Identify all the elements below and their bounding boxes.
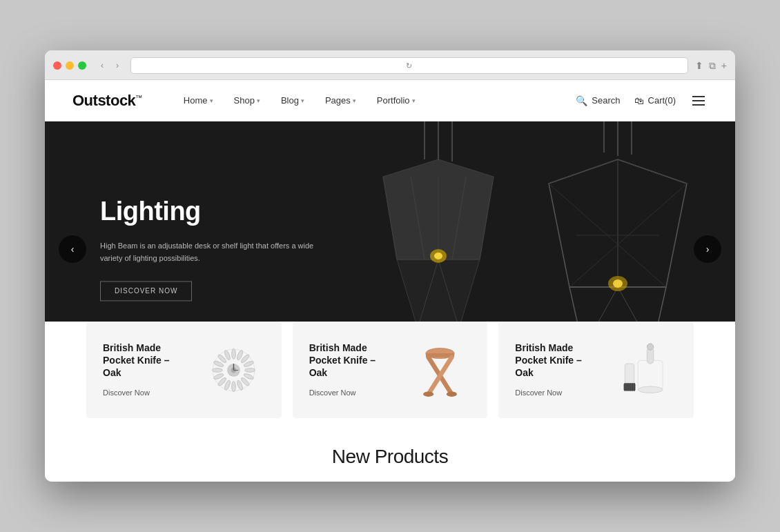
navbar: Outstock™ Home ▾ Shop ▾ Blog ▾ Pages ▾ bbox=[45, 80, 735, 121]
chevron-down-icon: ▾ bbox=[210, 97, 213, 104]
svg-point-37 bbox=[232, 381, 236, 391]
svg-point-58 bbox=[647, 343, 653, 349]
browser-chrome: ‹ › ↻ ⬆ ⧉ + bbox=[45, 50, 735, 80]
svg-point-54 bbox=[447, 391, 457, 397]
slider-prev-button[interactable]: ‹ bbox=[59, 235, 86, 263]
svg-point-27 bbox=[613, 279, 623, 288]
browser-window: ‹ › ↻ ⬆ ⧉ + Outstock™ Home ▾ Shop bbox=[45, 50, 735, 482]
svg-point-53 bbox=[423, 391, 433, 397]
nav-link-blog[interactable]: Blog ▾ bbox=[281, 95, 304, 106]
add-tab-icon[interactable]: + bbox=[721, 60, 727, 71]
product-card-image bbox=[409, 339, 471, 401]
product-card: British Made Pocket Knife – Oak Discover… bbox=[293, 322, 488, 418]
svg-point-29 bbox=[232, 348, 236, 359]
nav-arrows: ‹ › bbox=[96, 59, 124, 72]
hero-title: Lighting bbox=[100, 197, 321, 226]
browser-actions: ⬆ ⧉ + bbox=[695, 60, 727, 72]
product-card: British Made Pocket Knife – Oak Discover… bbox=[86, 322, 282, 418]
hero-content: Lighting High Beam is an adjustable desk… bbox=[100, 197, 321, 301]
svg-point-41 bbox=[212, 368, 222, 372]
product-card-info: British Made Pocket Knife – Oak Discover… bbox=[103, 342, 189, 399]
nav-link-portfolio[interactable]: Portfolio ▾ bbox=[377, 95, 416, 106]
product-cards-grid: British Made Pocket Knife – Oak Discover… bbox=[86, 322, 694, 418]
close-button[interactable] bbox=[53, 61, 61, 70]
logo[interactable]: Outstock™ bbox=[72, 92, 142, 110]
product-card-title: British Made Pocket Knife – Oak bbox=[515, 342, 601, 380]
traffic-lights bbox=[53, 61, 86, 70]
svg-marker-4 bbox=[397, 259, 480, 328]
product-card-info: British Made Pocket Knife – Oak Discover… bbox=[309, 342, 396, 399]
cart-button[interactable]: 🛍 Cart(0) bbox=[634, 95, 676, 106]
nav-link-pages[interactable]: Pages ▾ bbox=[325, 95, 356, 106]
svg-point-56 bbox=[638, 386, 663, 393]
share-icon[interactable]: ⬆ bbox=[695, 60, 703, 71]
search-icon: 🔍 bbox=[576, 95, 587, 106]
product-card-info: British Made Pocket Knife – Oak Discover… bbox=[515, 342, 601, 399]
back-arrow[interactable]: ‹ bbox=[96, 59, 108, 72]
nav-link-home[interactable]: Home ▾ bbox=[184, 95, 213, 106]
refresh-icon: ↻ bbox=[406, 61, 412, 70]
duplicate-icon[interactable]: ⧉ bbox=[709, 60, 716, 72]
nav-actions: 🔍 Search 🛍 Cart(0) bbox=[576, 93, 708, 108]
chevron-down-icon: ▾ bbox=[353, 97, 356, 104]
forward-arrow[interactable]: › bbox=[111, 59, 124, 72]
svg-rect-55 bbox=[638, 360, 663, 389]
product-card-title: British Made Pocket Knife – Oak bbox=[309, 342, 396, 380]
svg-line-18 bbox=[549, 159, 618, 184]
address-bar[interactable]: ↻ bbox=[130, 57, 688, 74]
hamburger-menu[interactable] bbox=[690, 93, 708, 108]
new-products-section: New Products bbox=[45, 418, 735, 482]
product-card-title: British Made Pocket Knife – Oak bbox=[103, 342, 189, 380]
svg-line-19 bbox=[618, 159, 687, 184]
svg-point-12 bbox=[434, 253, 442, 259]
minimize-button[interactable] bbox=[66, 61, 74, 70]
new-products-title: New Products bbox=[86, 446, 694, 468]
nav-link-shop[interactable]: Shop ▾ bbox=[234, 95, 260, 106]
product-card-link[interactable]: Discover Now bbox=[103, 388, 150, 397]
svg-point-33 bbox=[245, 368, 255, 372]
product-card-link[interactable]: Discover Now bbox=[515, 388, 562, 397]
product-card: British Made Pocket Knife – Oak Discover… bbox=[498, 322, 694, 418]
nav-links: Home ▾ Shop ▾ Blog ▾ Pages ▾ Portfolio bbox=[184, 95, 576, 106]
product-card-image bbox=[203, 339, 265, 401]
chevron-down-icon: ▾ bbox=[412, 97, 416, 104]
hero-description: High Beam is an adjustable desk or shelf… bbox=[100, 240, 321, 264]
chevron-down-icon: ▾ bbox=[301, 97, 304, 104]
cart-icon: 🛍 bbox=[634, 95, 644, 106]
product-card-link[interactable]: Discover Now bbox=[309, 388, 356, 397]
product-cards-section: British Made Pocket Knife – Oak Discover… bbox=[45, 322, 735, 418]
slider-next-button[interactable]: › bbox=[694, 235, 721, 263]
discover-now-button[interactable]: DISCOVER NOW bbox=[100, 282, 192, 302]
maximize-button[interactable] bbox=[78, 61, 86, 70]
search-button[interactable]: 🔍 Search bbox=[576, 95, 620, 106]
svg-rect-60 bbox=[624, 383, 636, 391]
website-content: Outstock™ Home ▾ Shop ▾ Blog ▾ Pages ▾ bbox=[45, 80, 735, 482]
chevron-down-icon: ▾ bbox=[257, 97, 260, 104]
product-card-image bbox=[615, 339, 677, 401]
